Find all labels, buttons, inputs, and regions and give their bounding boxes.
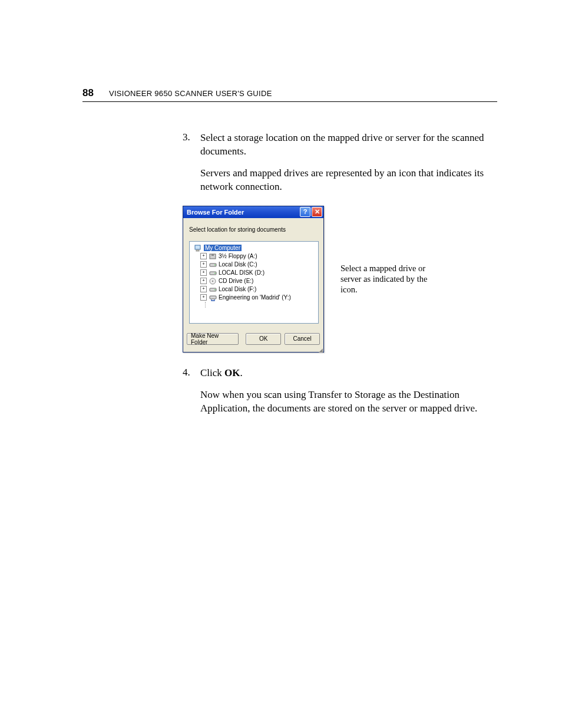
- expand-icon[interactable]: +: [200, 294, 207, 301]
- network-drive-icon: [209, 294, 217, 301]
- svg-point-5: [214, 264, 216, 265]
- step-4-paragraph: Now when you scan using Transfer to Stor…: [200, 388, 497, 416]
- disk-icon: [209, 261, 217, 268]
- svg-point-11: [214, 289, 216, 290]
- svg-rect-12: [210, 296, 216, 299]
- step-number: 3.: [183, 131, 200, 159]
- resize-grip[interactable]: ◢: [183, 348, 323, 352]
- tree-item-label: CD Drive (E:): [219, 278, 253, 284]
- dialog-instruction: Select location for storing documents: [189, 226, 319, 233]
- step-number: 4.: [183, 367, 200, 380]
- computer-icon: [194, 245, 202, 252]
- tree-item-label: Engineering on 'Madrid' (Y:): [219, 294, 291, 301]
- tree-item-disk-d[interactable]: + LOCAL DISK (D:): [192, 269, 316, 277]
- svg-rect-3: [211, 254, 214, 256]
- tree-root-label: My Computer: [204, 245, 242, 251]
- tree-item-disk-c[interactable]: + Local Disk (C:): [192, 261, 316, 269]
- svg-point-7: [214, 272, 216, 274]
- ok-button[interactable]: OK: [246, 333, 281, 345]
- page-header: 88 VISIONEER 9650 SCANNER USER'S GUIDE: [82, 87, 497, 102]
- tree-item-network[interactable]: + Engineering on 'Madrid' (Y:): [192, 294, 316, 302]
- dialog-titlebar: Browse For Folder ? ✕: [183, 206, 323, 218]
- header-title: VISIONEER 9650 SCANNER USER'S GUIDE: [109, 89, 272, 98]
- figure-callout: Select a mapped drive or server as indic…: [340, 263, 441, 295]
- tree-item-disk-f[interactable]: + Local Disk (F:): [192, 285, 316, 294]
- tree-item-label: Local Disk (F:): [219, 286, 256, 292]
- step-text: Select a storage location on the mapped …: [200, 131, 497, 159]
- disk-icon: [209, 286, 217, 293]
- step-text: Click OK.: [200, 367, 243, 380]
- tree-item-label: LOCAL DISK (D:): [219, 269, 265, 276]
- step-4: 4. Click OK.: [183, 367, 497, 380]
- browse-folder-dialog: Browse For Folder ? ✕ Select location fo…: [183, 206, 324, 353]
- page-number: 88: [82, 87, 94, 99]
- make-new-folder-button[interactable]: Make New Folder: [187, 333, 239, 345]
- help-button[interactable]: ?: [300, 207, 310, 217]
- floppy-icon: [209, 253, 217, 260]
- expand-icon[interactable]: +: [200, 269, 207, 276]
- svg-rect-0: [195, 245, 200, 249]
- tree-item-cd[interactable]: + CD Drive (E:): [192, 277, 316, 285]
- tree-item-floppy[interactable]: + 3½ Floppy (A:): [192, 252, 316, 261]
- expand-icon[interactable]: +: [200, 261, 207, 268]
- tree-item-label: Local Disk (C:): [219, 261, 257, 268]
- step-3: 3. Select a storage location on the mapp…: [183, 131, 497, 159]
- expand-icon[interactable]: +: [200, 286, 207, 292]
- tree-root[interactable]: My Computer: [192, 244, 316, 252]
- svg-point-9: [212, 281, 213, 282]
- tree-item-label: 3½ Floppy (A:): [219, 253, 257, 259]
- svg-rect-1: [196, 250, 199, 251]
- step-3-paragraph: Servers and mapped drives are represente…: [200, 167, 497, 194]
- tree-stub: [205, 302, 316, 308]
- disk-icon: [209, 269, 217, 276]
- expand-icon[interactable]: +: [200, 278, 207, 284]
- cancel-button[interactable]: Cancel: [285, 333, 320, 345]
- expand-icon[interactable]: +: [200, 253, 207, 259]
- figure-row: Browse For Folder ? ✕ Select location fo…: [183, 206, 497, 353]
- dialog-title: Browse For Folder: [187, 209, 299, 216]
- folder-tree[interactable]: My Computer + 3½ Floppy (A:) + Local Dis…: [189, 241, 319, 324]
- close-button[interactable]: ✕: [312, 207, 322, 217]
- cd-icon: [209, 278, 217, 285]
